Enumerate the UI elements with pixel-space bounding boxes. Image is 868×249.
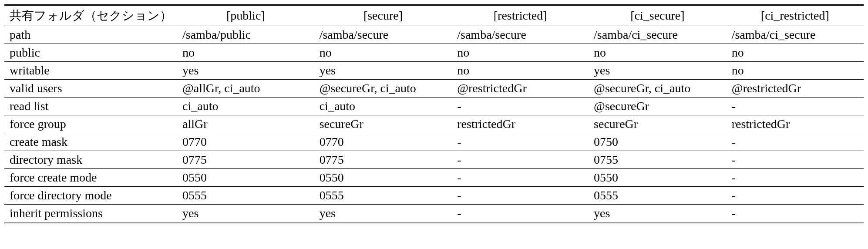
- cell-value: yes: [589, 205, 727, 223]
- table-row: directory mask07750775-0755-: [4, 151, 864, 169]
- cell-value: @restrictedGr: [452, 80, 589, 98]
- cell-value: -: [452, 169, 589, 187]
- cell-value: -: [452, 98, 589, 115]
- table-row: read listci_autoci_auto-@secureGr-: [4, 98, 864, 115]
- cell-value: @restrictedGr: [727, 80, 864, 98]
- cell-value: -: [727, 151, 864, 169]
- table-row: force directory mode05550555-0555-: [4, 187, 864, 205]
- table-row: force create mode05500550-0550-: [4, 169, 864, 187]
- cell-value: -: [727, 98, 864, 115]
- cell-value: yes: [589, 62, 727, 80]
- row-label: force directory mode: [4, 187, 177, 205]
- samba-config-table: 共有フォルダ（セクション） [public] [secure] [restric…: [4, 4, 864, 223]
- cell-value: restrictedGr: [727, 115, 864, 133]
- cell-value: -: [727, 187, 864, 205]
- table-body: path/samba/public/samba/secure/samba/sec…: [4, 26, 864, 223]
- cell-value: 0555: [177, 187, 314, 205]
- cell-value: /samba/secure: [452, 26, 589, 44]
- cell-value: ci_auto: [177, 98, 314, 115]
- col-header-restricted: [restricted]: [452, 5, 589, 26]
- cell-value: yes: [177, 62, 314, 80]
- cell-value: secureGr: [314, 115, 452, 133]
- cell-value: no: [452, 62, 589, 80]
- cell-value: @secureGr, ci_auto: [314, 80, 452, 98]
- col-header-ci-restricted: [ci_restricted]: [727, 5, 864, 26]
- cell-value: /samba/secure: [314, 26, 452, 44]
- row-label: inherit permissions: [4, 205, 177, 223]
- cell-value: 0555: [589, 187, 727, 205]
- cell-value: -: [727, 169, 864, 187]
- cell-value: 0550: [589, 169, 727, 187]
- cell-value: /samba/public: [177, 26, 314, 44]
- table-row: valid users@allGr, ci_auto@secureGr, ci_…: [4, 80, 864, 98]
- cell-value: @secureGr: [589, 98, 727, 115]
- cell-value: no: [589, 44, 727, 62]
- cell-value: allGr: [177, 115, 314, 133]
- table-row: writableyesyesnoyesno: [4, 62, 864, 80]
- row-label: public: [4, 44, 177, 62]
- cell-value: -: [452, 187, 589, 205]
- table-row: force groupallGrsecureGrrestrictedGrsecu…: [4, 115, 864, 133]
- cell-value: @secureGr, ci_auto: [589, 80, 727, 98]
- row-label: path: [4, 26, 177, 44]
- cell-value: ci_auto: [314, 98, 452, 115]
- row-label: force create mode: [4, 169, 177, 187]
- cell-value: secureGr: [589, 115, 727, 133]
- table-row: inherit permissionsyesyes-yes-: [4, 205, 864, 223]
- cell-value: -: [452, 133, 589, 151]
- col-header-public: [public]: [177, 5, 314, 26]
- cell-value: yes: [314, 62, 452, 80]
- row-label: writable: [4, 62, 177, 80]
- cell-value: 0770: [314, 133, 452, 151]
- row-label: valid users: [4, 80, 177, 98]
- cell-value: @allGr, ci_auto: [177, 80, 314, 98]
- table-row: create mask07700770-0750-: [4, 133, 864, 151]
- row-label: create mask: [4, 133, 177, 151]
- table-row: path/samba/public/samba/secure/samba/sec…: [4, 26, 864, 44]
- cell-value: -: [727, 205, 864, 223]
- cell-value: no: [314, 44, 452, 62]
- cell-value: restrictedGr: [452, 115, 589, 133]
- cell-value: 0775: [177, 151, 314, 169]
- cell-value: no: [177, 44, 314, 62]
- cell-value: 0775: [314, 151, 452, 169]
- cell-value: no: [727, 62, 864, 80]
- cell-value: no: [727, 44, 864, 62]
- cell-value: /samba/ci_secure: [727, 26, 864, 44]
- cell-value: yes: [177, 205, 314, 223]
- row-label: directory mask: [4, 151, 177, 169]
- cell-value: 0755: [589, 151, 727, 169]
- col-header-secure: [secure]: [314, 5, 452, 26]
- cell-value: /samba/ci_secure: [589, 26, 727, 44]
- col-header-ci-secure: [ci_secure]: [589, 5, 727, 26]
- cell-value: 0770: [177, 133, 314, 151]
- cell-value: 0555: [314, 187, 452, 205]
- table-row: publicnonononono: [4, 44, 864, 62]
- table-header-row: 共有フォルダ（セクション） [public] [secure] [restric…: [4, 5, 864, 26]
- cell-value: 0550: [314, 169, 452, 187]
- cell-value: 0750: [589, 133, 727, 151]
- cell-value: no: [452, 44, 589, 62]
- cell-value: 0550: [177, 169, 314, 187]
- cell-value: -: [452, 151, 589, 169]
- cell-value: -: [452, 205, 589, 223]
- cell-value: -: [727, 133, 864, 151]
- cell-value: yes: [314, 205, 452, 223]
- row-label-header: 共有フォルダ（セクション）: [4, 5, 177, 26]
- row-label: read list: [4, 98, 177, 115]
- row-label: force group: [4, 115, 177, 133]
